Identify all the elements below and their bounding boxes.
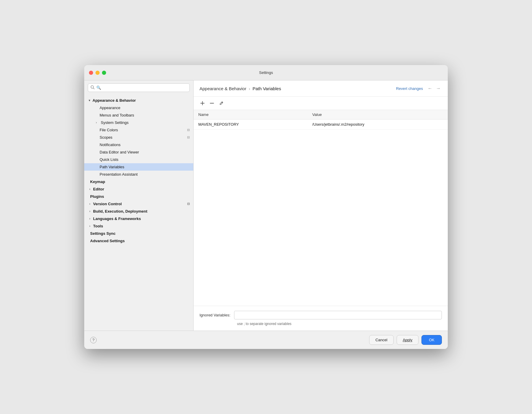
sidebar-item-label: Settings Sync xyxy=(90,231,116,236)
badge-icon: ⊟ xyxy=(187,202,190,206)
minimize-button[interactable] xyxy=(95,71,100,75)
chevron-right-icon: › xyxy=(88,217,91,220)
sidebar-item-quick-lists[interactable]: Quick Lists xyxy=(84,156,193,163)
remove-button[interactable] xyxy=(208,100,216,107)
header-right: Revert changes ← → xyxy=(396,85,442,92)
main-layout: ▾ Appearance & Behavior Appearance Menus… xyxy=(84,80,448,331)
sidebar-item-notifications[interactable]: Notifications xyxy=(84,141,193,148)
sidebar-item-appearance-behavior[interactable]: ▾ Appearance & Behavior xyxy=(84,97,193,104)
maximize-button[interactable] xyxy=(102,71,106,75)
chevron-right-icon: › xyxy=(95,121,98,124)
sidebar-item-data-editor[interactable]: Data Editor and Viewer xyxy=(84,148,193,156)
sidebar-item-label: File Colors xyxy=(100,128,118,132)
sidebar-item-build-execution[interactable]: › Build, Execution, Deployment xyxy=(84,208,193,215)
apply-button[interactable]: Apply xyxy=(397,335,419,345)
breadcrumb: Appearance & Behavior › Path Variables xyxy=(200,86,281,91)
nav-tree: ▾ Appearance & Behavior Appearance Menus… xyxy=(84,95,193,331)
sidebar-section-label: Appearance & Behavior xyxy=(93,98,136,103)
window-title: Settings xyxy=(259,70,273,75)
footer: ? Cancel Apply OK xyxy=(84,331,448,349)
breadcrumb-current: Path Variables xyxy=(252,86,281,91)
ignored-variables-row: Ignored Variables: xyxy=(200,311,442,319)
nav-arrows: ← → xyxy=(426,85,442,92)
search-input[interactable] xyxy=(96,85,187,90)
sidebar-item-label: System Settings xyxy=(101,120,129,125)
titlebar: Settings xyxy=(84,65,448,80)
sidebar-item-label: Data Editor and Viewer xyxy=(100,150,139,154)
bottom-area: Ignored Variables: use ; to separate ign… xyxy=(194,306,448,331)
sidebar-item-label: Build, Execution, Deployment xyxy=(93,209,147,214)
cancel-button[interactable]: Cancel xyxy=(369,335,393,345)
sidebar-item-plugins[interactable]: Plugins xyxy=(84,193,193,200)
footer-buttons: Cancel Apply OK xyxy=(369,335,442,345)
sidebar-item-file-colors[interactable]: File Colors ⊟ xyxy=(84,126,193,134)
sidebar-item-appearance[interactable]: Appearance xyxy=(84,104,193,111)
sidebar-item-path-variables[interactable]: Path Variables xyxy=(84,163,193,171)
chevron-down-icon: ▾ xyxy=(88,99,91,102)
sidebar-item-label: Editor xyxy=(93,187,104,191)
sidebar-item-label: Languages & Frameworks xyxy=(93,216,141,221)
ignored-variables-hint: use ; to separate ignored variables xyxy=(237,322,442,326)
back-button[interactable]: ← xyxy=(426,85,434,92)
sidebar-item-editor[interactable]: › Editor xyxy=(84,185,193,193)
table-cell-value: /Users/jetbrains/.m2/repository xyxy=(308,119,448,130)
sidebar-item-system-settings[interactable]: › System Settings xyxy=(84,119,193,126)
apply-rest: pply xyxy=(405,338,412,342)
add-button[interactable] xyxy=(198,100,207,107)
table-cell-name: MAVEN_REPOSITORY xyxy=(194,119,308,130)
search-icon xyxy=(90,85,95,90)
sidebar-item-advanced-settings[interactable]: Advanced Settings xyxy=(84,237,193,245)
chevron-right-icon: › xyxy=(88,225,91,228)
sidebar-item-presentation-assistant[interactable]: Presentation Assistant xyxy=(84,171,193,178)
sidebar-item-label: Presentation Assistant xyxy=(100,172,138,177)
sidebar-item-label: Keymap xyxy=(90,179,105,184)
sidebar-item-keymap[interactable]: Keymap xyxy=(84,178,193,185)
variables-table: Name Value MAVEN_REPOSITORY/Users/jetbra… xyxy=(194,110,448,130)
window-controls xyxy=(89,71,106,75)
edit-button[interactable] xyxy=(217,100,226,107)
close-button[interactable] xyxy=(89,71,93,75)
table-area: Name Value MAVEN_REPOSITORY/Users/jetbra… xyxy=(194,110,448,306)
svg-line-1 xyxy=(93,88,95,89)
sidebar-item-settings-sync[interactable]: Settings Sync xyxy=(84,230,193,237)
chevron-right-icon: › xyxy=(88,203,91,206)
sidebar-item-label: Advanced Settings xyxy=(90,239,125,243)
sidebar-item-label: Plugins xyxy=(90,194,104,199)
sidebar-item-scopes[interactable]: Scopes ⊟ xyxy=(84,134,193,141)
search-box[interactable] xyxy=(88,83,190,92)
sidebar-item-label: Tools xyxy=(93,224,103,228)
svg-line-5 xyxy=(222,102,223,103)
ignored-variables-label: Ignored Variables: xyxy=(200,313,231,317)
breadcrumb-parent: Appearance & Behavior xyxy=(200,86,246,91)
toolbar xyxy=(194,97,448,110)
help-button[interactable]: ? xyxy=(90,337,97,343)
sidebar-item-label: Path Variables xyxy=(100,165,124,169)
revert-changes-button[interactable]: Revert changes xyxy=(396,86,423,91)
breadcrumb-separator: › xyxy=(249,86,250,91)
badge-icon: ⊟ xyxy=(187,128,190,132)
badge-icon: ⊟ xyxy=(187,135,190,139)
sidebar-item-label: Menus and Toolbars xyxy=(100,113,134,117)
sidebar-item-version-control[interactable]: › Version Control ⊟ xyxy=(84,200,193,208)
content-header: Appearance & Behavior › Path Variables R… xyxy=(194,80,448,97)
sidebar-item-label: Notifications xyxy=(100,143,121,147)
ignored-variables-input[interactable] xyxy=(234,311,442,319)
settings-window: Settings ▾ Appearance & Behavio xyxy=(84,65,448,349)
column-name-header: Name xyxy=(194,110,308,119)
sidebar-item-languages-frameworks[interactable]: › Languages & Frameworks xyxy=(84,215,193,222)
chevron-right-icon: › xyxy=(88,210,91,213)
forward-button[interactable]: → xyxy=(435,85,442,92)
sidebar-item-tools[interactable]: › Tools xyxy=(84,222,193,230)
content-area: Appearance & Behavior › Path Variables R… xyxy=(194,80,448,331)
ok-button[interactable]: OK xyxy=(421,335,442,345)
sidebar-item-label: Appearance xyxy=(100,106,120,110)
sidebar-item-label: Scopes xyxy=(100,135,112,140)
column-value-header: Value xyxy=(308,110,448,119)
chevron-right-icon: › xyxy=(88,188,91,191)
table-row[interactable]: MAVEN_REPOSITORY/Users/jetbrains/.m2/rep… xyxy=(194,119,448,130)
sidebar: ▾ Appearance & Behavior Appearance Menus… xyxy=(84,80,194,331)
sidebar-item-menus-toolbars[interactable]: Menus and Toolbars xyxy=(84,111,193,119)
sidebar-item-label: Quick Lists xyxy=(100,157,119,162)
sidebar-item-label: Version Control xyxy=(93,202,122,206)
